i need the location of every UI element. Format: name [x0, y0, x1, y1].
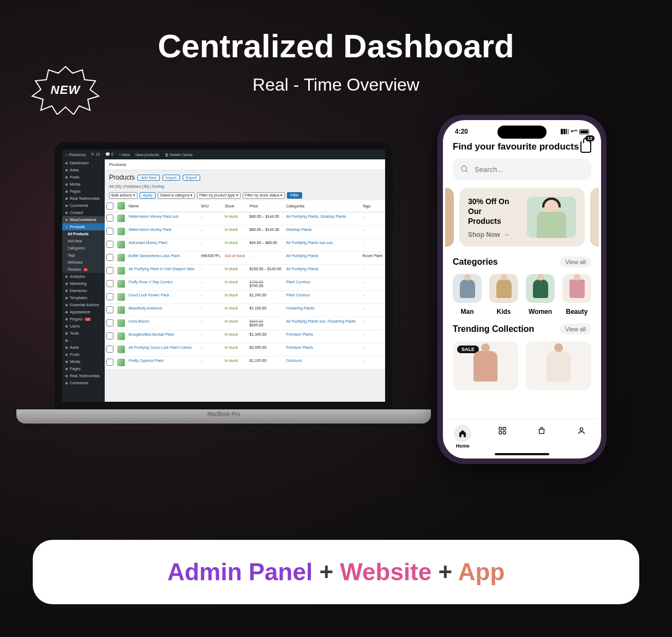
filter-published-link[interactable]: Published (30) [124, 184, 149, 188]
row-checkbox[interactable] [106, 280, 113, 287]
col-stock[interactable]: Stock [223, 200, 248, 212]
sidebar-sub-tags[interactable]: Tags [62, 252, 105, 259]
sidebar-item-elementor[interactable]: Elementor [62, 287, 105, 294]
sidebar-item-essential-addons[interactable]: Essential Addons [62, 301, 105, 308]
categories-view-all-button[interactable]: View all [560, 257, 591, 267]
product-name-link[interactable]: Watermelon Money Plant [129, 228, 171, 231]
sidebar-item-analytics[interactable]: Analytics [62, 273, 105, 280]
col-price[interactable]: Price [248, 200, 284, 212]
category-link[interactable]: Premium Plants [286, 346, 313, 349]
col-categories[interactable]: Categories [285, 200, 361, 212]
add-new-button[interactable]: Add New [137, 175, 159, 181]
site-name-link[interactable]: ⌂ Plantshop [65, 153, 86, 157]
sidebar-item-media-2[interactable]: Media [62, 358, 105, 365]
row-checkbox[interactable] [106, 215, 113, 222]
sorting-link[interactable]: Sorting [152, 184, 164, 188]
row-checkbox[interactable] [106, 267, 113, 274]
sidebar-item-woocommerce[interactable]: WooCommerce [62, 216, 105, 223]
sidebar-item-marketing[interactable]: Marketing [62, 280, 105, 287]
sidebar-item-templates[interactable]: Templates [62, 294, 105, 301]
shop-now-link[interactable]: Shop Now → [468, 231, 523, 239]
sidebar-item-dashboard[interactable]: Dashboard [62, 159, 105, 166]
sidebar-item-tools[interactable]: Tools [62, 330, 105, 337]
sidebar-item-pages-2[interactable]: Pages [62, 365, 105, 372]
category-link[interactable]: Plant Combos [286, 293, 310, 297]
sidebar-sub-reviews[interactable]: Reviews 1 [62, 266, 105, 273]
category-link[interactable]: Outdoors [286, 359, 302, 362]
search-box[interactable] [453, 158, 591, 180]
sidebar-item-collapse[interactable]: … [62, 337, 105, 344]
comments-link[interactable]: 💬 0 [105, 152, 113, 157]
col-sku[interactable]: SKU [199, 200, 223, 212]
trending-item-2[interactable] [526, 341, 591, 390]
updates-link[interactable]: ⟳ 13 [91, 152, 100, 157]
sidebar-item-products[interactable]: Products [62, 223, 105, 230]
sidebar-item-media[interactable]: Media [62, 181, 105, 188]
sidebar-item-posts[interactable]: Posts [62, 174, 105, 181]
category-link[interactable]: Air Purifying Plants, Desktop Plants [286, 215, 346, 218]
row-checkbox[interactable] [106, 293, 113, 300]
row-checkbox[interactable] [106, 254, 113, 261]
product-name-link[interactable]: Air Purifying Plant In Owl Shaped Vase [129, 267, 195, 271]
product-name-link[interactable]: Ixora Bloom [129, 319, 149, 323]
sidebar-item-astra-2[interactable]: Astra [62, 344, 105, 351]
tab-profile[interactable] [562, 425, 602, 449]
row-checkbox[interactable] [106, 319, 113, 326]
tab-bag[interactable] [522, 425, 562, 449]
category-women[interactable]: Women [526, 274, 555, 316]
sidebar-sub-add-new[interactable]: Add New [62, 237, 105, 245]
row-checkbox[interactable] [106, 359, 113, 366]
product-name-link[interactable]: Pretty Cypress Plant [129, 359, 164, 362]
product-name-link[interactable]: Beautifully Adenium [129, 306, 162, 310]
sidebar-item-pages[interactable]: Pages [62, 188, 105, 195]
category-link[interactable]: Premium Plants [286, 332, 313, 336]
bulk-actions-select[interactable]: Bulk actions ▾ [109, 192, 137, 199]
sidebar-item-comments-2[interactable]: Comments [62, 379, 105, 386]
category-link[interactable]: Desktop Plants [286, 228, 312, 231]
new-link[interactable]: + New [119, 153, 130, 157]
col-name[interactable]: Name [127, 200, 200, 212]
sidebar-item-posts-2[interactable]: Posts [62, 351, 105, 358]
sidebar-item-appearance[interactable]: Appearance [62, 308, 105, 315]
category-link[interactable]: Air Purifying Plants [286, 254, 319, 258]
product-name-link[interactable]: Air Purifying Good Luck Plant Combo [129, 346, 192, 349]
row-checkbox[interactable] [106, 241, 113, 248]
sidebar-item-contact[interactable]: Contact [62, 209, 105, 216]
sidebar-item-testimonials-2[interactable]: Real Testimonials [62, 372, 105, 379]
sidebar-sub-attributes[interactable]: Attributes [62, 259, 105, 266]
sidebar-item-astra[interactable]: Astra [62, 166, 105, 174]
category-select[interactable]: Select a category ▾ [158, 192, 195, 199]
sidebar-item-comments[interactable]: Comments [62, 202, 105, 209]
tab-grid[interactable] [483, 425, 523, 449]
delete-cache-link[interactable]: 🗑 Delete Cache [165, 153, 193, 157]
view-products-link[interactable]: View products [135, 153, 159, 157]
export-button[interactable]: Export [183, 175, 200, 181]
category-kids[interactable]: Kids [489, 274, 518, 316]
sidebar-item-users[interactable]: Users [62, 323, 105, 330]
filter-button[interactable]: Filter [287, 192, 302, 199]
tab-home[interactable]: Home [443, 425, 483, 449]
row-checkbox[interactable] [106, 306, 113, 313]
sidebar-sub-categories[interactable]: Categories [62, 245, 105, 252]
import-button[interactable]: Import [163, 175, 180, 181]
trending-view-all-button[interactable]: View all [560, 324, 591, 335]
filter-all-link[interactable]: All (30) [109, 184, 121, 188]
banner-prev[interactable] [445, 188, 454, 247]
product-name-link[interactable]: Astronaut Money Plant [129, 241, 167, 245]
stock-status-select[interactable]: Filter by stock status ▾ [243, 192, 285, 199]
product-type-select[interactable]: Filter by product type ▾ [197, 192, 240, 199]
sidebar-sub-all-products[interactable]: All Products [62, 230, 105, 237]
col-tags[interactable]: Tags [361, 200, 385, 212]
sidebar-item-plugins[interactable]: Plugins 13 [62, 315, 105, 323]
category-link[interactable]: Air Purifying Plants sub, Flowering Plan… [286, 319, 356, 323]
apply-button[interactable]: Apply [140, 192, 156, 199]
category-link[interactable]: Air Purifying Plants sub sub [286, 241, 333, 245]
category-link[interactable]: Air Purifying Plants [286, 267, 319, 271]
row-checkbox[interactable] [106, 332, 113, 340]
promo-banner[interactable]: 30% Off On OurProducts Shop Now → [459, 188, 585, 247]
search-input[interactable] [475, 165, 584, 174]
sidebar-item-testimonials[interactable]: Real Testimonials [62, 195, 105, 202]
category-man[interactable]: Man [453, 274, 482, 316]
category-link[interactable]: Flowering Plants [286, 306, 315, 310]
product-name-link[interactable]: Fluffy Rose V Day Combo [129, 280, 173, 284]
